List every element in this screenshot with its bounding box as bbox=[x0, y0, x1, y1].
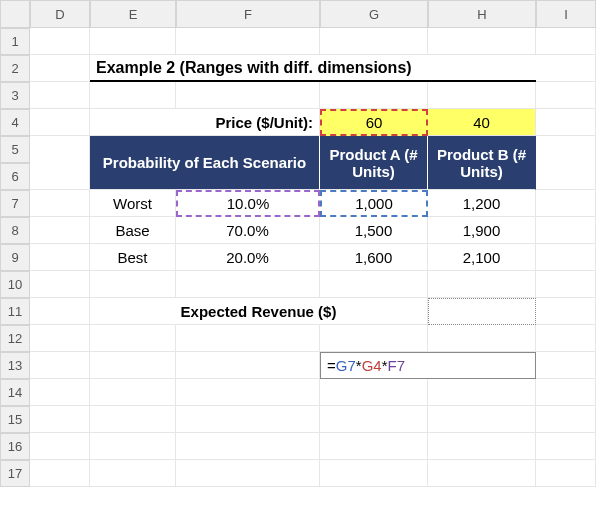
cell[interactable] bbox=[428, 460, 536, 487]
cell[interactable] bbox=[536, 460, 596, 487]
row-header-5[interactable]: 5 bbox=[0, 136, 30, 163]
cell[interactable] bbox=[90, 379, 176, 406]
cell-h7[interactable]: 1,200 bbox=[428, 190, 536, 217]
cell[interactable] bbox=[30, 82, 90, 109]
cell[interactable] bbox=[536, 298, 596, 325]
cell[interactable] bbox=[30, 460, 90, 487]
cell[interactable] bbox=[428, 379, 536, 406]
col-header-h[interactable]: H bbox=[428, 0, 536, 28]
cell[interactable] bbox=[30, 190, 90, 217]
cell[interactable] bbox=[176, 271, 320, 298]
formula-editing-cell[interactable]: =G7*G4*F7 bbox=[320, 352, 536, 379]
row-header-2[interactable]: 2 bbox=[0, 55, 30, 82]
expected-revenue-value[interactable] bbox=[428, 298, 536, 325]
cell[interactable] bbox=[176, 82, 320, 109]
cell[interactable] bbox=[428, 406, 536, 433]
cell-h8[interactable]: 1,900 bbox=[428, 217, 536, 244]
cell[interactable] bbox=[536, 28, 596, 55]
cell[interactable] bbox=[536, 217, 596, 244]
price-label[interactable]: Price ($/Unit): bbox=[90, 109, 320, 136]
title-cell[interactable]: Example 2 (Ranges with diff. dimensions) bbox=[90, 55, 536, 82]
cell[interactable] bbox=[90, 271, 176, 298]
cell[interactable] bbox=[176, 460, 320, 487]
cell[interactable] bbox=[176, 406, 320, 433]
row-header-10[interactable]: 10 bbox=[0, 271, 30, 298]
cell[interactable] bbox=[90, 406, 176, 433]
cell[interactable] bbox=[428, 325, 536, 352]
cell[interactable] bbox=[90, 352, 176, 379]
col-header-e[interactable]: E bbox=[90, 0, 176, 28]
cell[interactable] bbox=[176, 433, 320, 460]
cell[interactable] bbox=[30, 433, 90, 460]
cell[interactable] bbox=[176, 352, 320, 379]
row-header-12[interactable]: 12 bbox=[0, 325, 30, 352]
row-header-6[interactable]: 6 bbox=[0, 163, 30, 190]
cell[interactable] bbox=[30, 379, 90, 406]
cell[interactable] bbox=[320, 271, 428, 298]
cell[interactable] bbox=[536, 271, 596, 298]
cell[interactable] bbox=[536, 352, 596, 379]
cell[interactable] bbox=[30, 55, 90, 82]
cell[interactable] bbox=[30, 217, 90, 244]
cell-g9[interactable]: 1,600 bbox=[320, 244, 428, 271]
cell[interactable] bbox=[320, 460, 428, 487]
cell[interactable] bbox=[320, 406, 428, 433]
cell[interactable] bbox=[428, 433, 536, 460]
row-header-3[interactable]: 3 bbox=[0, 82, 30, 109]
col-header-g[interactable]: G bbox=[320, 0, 428, 28]
cell[interactable] bbox=[320, 82, 428, 109]
row-header-16[interactable]: 16 bbox=[0, 433, 30, 460]
row-header-8[interactable]: 8 bbox=[0, 217, 30, 244]
cell[interactable] bbox=[536, 433, 596, 460]
col-header-i[interactable]: I bbox=[536, 0, 596, 28]
cell[interactable] bbox=[90, 325, 176, 352]
cell[interactable] bbox=[30, 109, 90, 136]
cell[interactable] bbox=[320, 28, 428, 55]
cell-h9[interactable]: 2,100 bbox=[428, 244, 536, 271]
row-header-11[interactable]: 11 bbox=[0, 298, 30, 325]
spreadsheet-grid[interactable]: D E F G H I 1 2 Example 2 (Ranges with d… bbox=[0, 0, 596, 487]
row-header-1[interactable]: 1 bbox=[0, 28, 30, 55]
cell[interactable] bbox=[90, 433, 176, 460]
cell[interactable] bbox=[536, 325, 596, 352]
row-header-14[interactable]: 14 bbox=[0, 379, 30, 406]
cell[interactable] bbox=[30, 352, 90, 379]
cell-f9[interactable]: 20.0% bbox=[176, 244, 320, 271]
row-header-4[interactable]: 4 bbox=[0, 109, 30, 136]
row-header-7[interactable]: 7 bbox=[0, 190, 30, 217]
cell[interactable] bbox=[90, 82, 176, 109]
cell[interactable] bbox=[536, 55, 596, 82]
cell[interactable] bbox=[320, 325, 428, 352]
select-all-corner[interactable] bbox=[0, 0, 30, 28]
cell-f8[interactable]: 70.0% bbox=[176, 217, 320, 244]
cell[interactable] bbox=[536, 190, 596, 217]
col-header-f[interactable]: F bbox=[176, 0, 320, 28]
row-header-15[interactable]: 15 bbox=[0, 406, 30, 433]
cell-g7[interactable]: 1,000 bbox=[320, 190, 428, 217]
header-scenario[interactable]: Probability of Each Scenario bbox=[90, 136, 320, 190]
cell[interactable] bbox=[536, 406, 596, 433]
cell[interactable] bbox=[176, 28, 320, 55]
cell[interactable] bbox=[30, 298, 90, 325]
header-product-a[interactable]: Product A (# Units) bbox=[320, 136, 428, 190]
cell[interactable] bbox=[536, 379, 596, 406]
scenario-name-base[interactable]: Base bbox=[90, 217, 176, 244]
cell-f7[interactable]: 10.0% bbox=[176, 190, 320, 217]
cell[interactable] bbox=[536, 82, 596, 109]
cell[interactable] bbox=[90, 460, 176, 487]
row-header-9[interactable]: 9 bbox=[0, 244, 30, 271]
cell[interactable] bbox=[30, 136, 90, 190]
cell-h4[interactable]: 40 bbox=[428, 109, 536, 136]
cell[interactable] bbox=[176, 379, 320, 406]
cell[interactable] bbox=[30, 271, 90, 298]
row-header-17[interactable]: 17 bbox=[0, 460, 30, 487]
header-product-b[interactable]: Product B (# Units) bbox=[428, 136, 536, 190]
cell[interactable] bbox=[30, 325, 90, 352]
scenario-name-best[interactable]: Best bbox=[90, 244, 176, 271]
cell[interactable] bbox=[176, 325, 320, 352]
cell[interactable] bbox=[536, 136, 596, 190]
cell[interactable] bbox=[90, 28, 176, 55]
cell[interactable] bbox=[428, 82, 536, 109]
cell[interactable] bbox=[320, 379, 428, 406]
cell[interactable] bbox=[30, 28, 90, 55]
